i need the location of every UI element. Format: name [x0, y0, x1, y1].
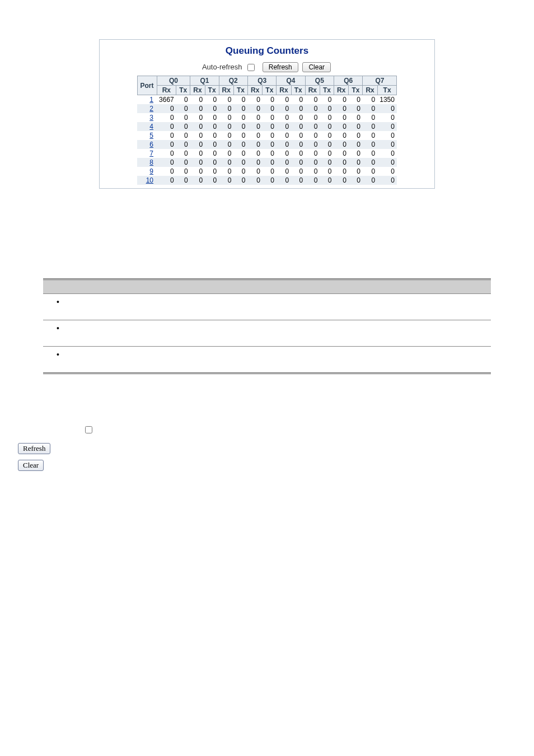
loose-checkbox[interactable] [85, 426, 92, 433]
counter-cell: 0 [377, 167, 397, 176]
counter-cell: 0 [157, 113, 176, 122]
counter-cell: 0 [277, 113, 291, 122]
counter-cell: 0 [219, 104, 233, 113]
port-link[interactable]: 6 [149, 141, 153, 148]
col-tx: Tx [205, 86, 219, 95]
counter-cell: 0 [157, 176, 176, 185]
counter-cell: 0 [334, 95, 349, 105]
counter-cell: 0 [233, 104, 247, 113]
table-row: 60000000000000000 [137, 140, 397, 149]
port-link[interactable]: 3 [149, 114, 153, 122]
table-row: 100000000000000000 [137, 176, 397, 185]
counter-cell: 0 [247, 131, 262, 140]
port-link[interactable]: 1 [149, 96, 153, 104]
counter-cell: 0 [233, 131, 247, 140]
port-link[interactable]: 4 [149, 123, 153, 130]
col-q5: Q5 [305, 76, 334, 86]
col-tx: Tx [233, 86, 247, 95]
desc-value [142, 294, 491, 320]
counter-cell: 0 [377, 149, 397, 158]
col-q7: Q7 [363, 76, 397, 86]
counter-cell: 0 [334, 131, 349, 140]
counter-cell: 0 [291, 176, 305, 185]
clear-button[interactable]: Clear [302, 62, 331, 72]
counter-cell: 0 [291, 104, 305, 113]
counter-cell: 0 [219, 176, 233, 185]
counter-cell: 0 [320, 149, 334, 158]
col-tx: Tx [263, 86, 277, 95]
port-link[interactable]: 9 [149, 167, 153, 175]
col-tx: Tx [349, 86, 363, 95]
port-link[interactable]: 5 [149, 132, 153, 139]
counter-cell: 0 [263, 158, 277, 167]
counter-cell: 0 [176, 167, 190, 176]
counter-cell: 0 [305, 158, 320, 167]
counter-cell: 0 [305, 113, 320, 122]
counter-cell: 0 [233, 167, 247, 176]
col-rx: Rx [190, 86, 205, 95]
port-link[interactable]: 10 [146, 176, 153, 184]
counter-cell: 0 [205, 158, 219, 167]
counter-cell: 0 [320, 131, 334, 140]
counter-cell: 0 [334, 176, 349, 185]
port-link[interactable]: 2 [149, 105, 153, 113]
counter-cell: 0 [247, 104, 262, 113]
counter-cell: 0 [349, 113, 363, 122]
counter-cell: 0 [377, 131, 397, 140]
counter-cell: 0 [233, 176, 247, 185]
col-rx: Rx [157, 86, 176, 95]
col-rx: Rx [363, 86, 377, 95]
auto-refresh-label: Auto-refresh [202, 63, 242, 71]
counter-cell: 0 [320, 176, 334, 185]
counter-cell: 0 [349, 131, 363, 140]
table-row: 90000000000000000 [137, 167, 397, 176]
counter-cell: 0 [291, 158, 305, 167]
counter-cell: 0 [320, 158, 334, 167]
desc-value [142, 347, 491, 374]
col-q3: Q3 [247, 76, 276, 86]
counter-cell: 0 [247, 149, 262, 158]
counter-cell: 0 [305, 122, 320, 131]
table-row: 50000000000000000 [137, 131, 397, 140]
loose-clear-button[interactable]: Clear [18, 460, 44, 471]
counter-cell: 0 [334, 140, 349, 149]
counter-cell: 0 [349, 95, 363, 105]
counter-cell: 0 [305, 140, 320, 149]
refresh-button[interactable]: Refresh [263, 62, 298, 72]
port-link[interactable]: 7 [149, 150, 153, 157]
counter-cell: 0 [334, 104, 349, 113]
desc-row [43, 347, 491, 374]
table-row: 20000000000000000 [137, 104, 397, 113]
counter-cell: 0 [233, 158, 247, 167]
counter-cell: 0 [176, 95, 190, 105]
counter-cell: 0 [363, 131, 377, 140]
counter-cell: 0 [157, 167, 176, 176]
counter-cell: 0 [176, 113, 190, 122]
counter-cell: 0 [190, 122, 205, 131]
counter-cell: 0 [190, 167, 205, 176]
auto-refresh-checkbox[interactable] [247, 64, 255, 71]
counter-cell: 0 [377, 140, 397, 149]
counter-cell: 0 [334, 149, 349, 158]
counter-cell: 0 [263, 131, 277, 140]
counter-cell: 0 [377, 176, 397, 185]
counter-cell: 0 [320, 113, 334, 122]
desc-bullet [43, 347, 142, 374]
port-link[interactable]: 8 [149, 158, 153, 166]
port-cell: 1 [137, 95, 157, 105]
col-rx: Rx [334, 86, 349, 95]
desc-bullet [43, 320, 142, 347]
port-cell: 6 [137, 140, 157, 149]
counter-cell: 0 [377, 158, 397, 167]
counter-cell: 0 [263, 140, 277, 149]
port-cell: 10 [137, 176, 157, 185]
counter-cell: 0 [176, 149, 190, 158]
counter-cell: 0 [157, 158, 176, 167]
col-tx: Tx [176, 86, 190, 95]
col-rx: Rx [219, 86, 233, 95]
col-q0: Q0 [157, 76, 190, 86]
counter-cell: 0 [157, 122, 176, 131]
loose-refresh-button[interactable]: Refresh [18, 443, 50, 454]
counter-cell: 0 [320, 104, 334, 113]
counter-cell: 0 [363, 149, 377, 158]
